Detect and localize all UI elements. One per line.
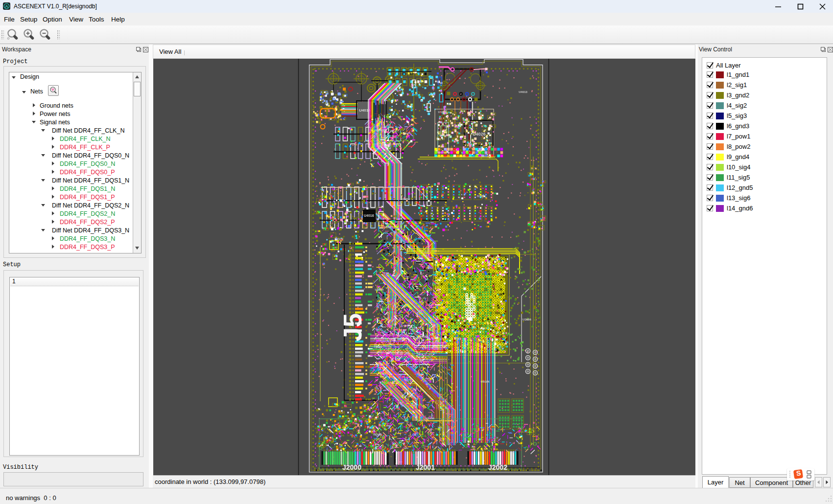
- svg-text:A: A: [5, 4, 8, 9]
